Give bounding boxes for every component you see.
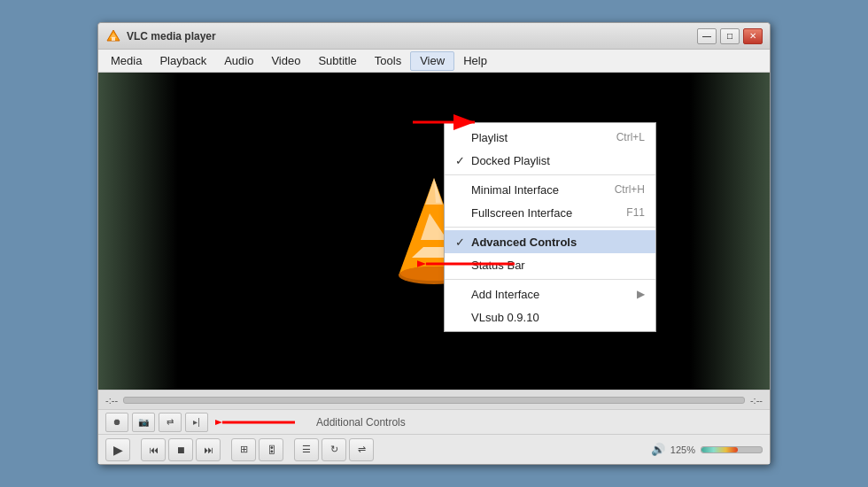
bg-right bbox=[690, 73, 770, 390]
menu-playback[interactable]: Playback bbox=[151, 51, 215, 71]
shortcut-playlist: Ctrl+L bbox=[616, 131, 645, 143]
window-title: VLC media player bbox=[127, 30, 697, 43]
dropdown-item-minimal[interactable]: Minimal Interface Ctrl+H bbox=[445, 178, 655, 201]
menu-view[interactable]: View bbox=[410, 51, 454, 71]
dropdown-item-playlist[interactable]: Playlist Ctrl+L bbox=[445, 126, 655, 149]
volume-fill bbox=[701, 447, 738, 452]
separator-2 bbox=[445, 227, 655, 228]
label-minimal: Minimal Interface bbox=[471, 183, 615, 197]
menu-help[interactable]: Help bbox=[454, 51, 496, 71]
time-remaining: -:-- bbox=[750, 395, 763, 406]
view-dropdown-menu: Playlist Ctrl+L ✓ Docked Playlist Minima… bbox=[444, 122, 656, 332]
menu-audio[interactable]: Audio bbox=[215, 51, 262, 71]
playlist-button[interactable]: ☰ bbox=[294, 438, 319, 461]
additional-controls-label: Additional Controls bbox=[316, 416, 406, 429]
check-advanced-controls: ✓ bbox=[455, 236, 471, 249]
menu-bar: Media Playback Audio Video Subtitle Tool… bbox=[98, 50, 770, 73]
label-vlsub: VLsub 0.9.10 bbox=[471, 311, 645, 324]
minimize-button[interactable]: — bbox=[697, 28, 717, 44]
next-button[interactable]: ⏭ bbox=[196, 438, 221, 461]
volume-icon: 🔊 bbox=[651, 443, 665, 456]
window-controls: — □ ✕ bbox=[697, 28, 763, 44]
additional-controls-bar: ⏺ 📷 ⇄ ▸| Additional Controls bbox=[98, 409, 770, 434]
loop-button[interactable]: ↻ bbox=[322, 438, 346, 461]
ab-loop-button[interactable]: ⇄ bbox=[159, 413, 182, 432]
video-area: Playlist Ctrl+L ✓ Docked Playlist Minima… bbox=[98, 73, 770, 390]
volume-label: 125% bbox=[670, 444, 695, 455]
label-playlist: Playlist bbox=[471, 131, 616, 144]
separator-1 bbox=[445, 174, 655, 175]
menu-subtitle[interactable]: Subtitle bbox=[309, 51, 365, 71]
dropdown-item-vlsub[interactable]: VLsub 0.9.10 bbox=[445, 305, 655, 329]
shortcut-fullscreen: F11 bbox=[626, 206, 645, 219]
volume-area: 🔊 125% bbox=[651, 443, 763, 456]
record-button[interactable]: ⏺ bbox=[105, 413, 128, 432]
extended-settings-button[interactable]: 🎛 bbox=[259, 438, 283, 461]
time-elapsed: -:-- bbox=[105, 395, 118, 406]
frame-button[interactable]: ▸| bbox=[185, 413, 208, 432]
main-controls-bar: ▶ ⏮ ⏹ ⏭ ⊞ 🎛 ☰ ↻ ⇌ 🔊 125% bbox=[98, 434, 770, 464]
dropdown-item-fullscreen[interactable]: Fullscreen Interface F11 bbox=[445, 201, 655, 224]
separator-3 bbox=[445, 279, 655, 280]
vlc-window: VLC media player — □ ✕ Media Playback Au… bbox=[97, 22, 771, 465]
arrow-add-interface: ▶ bbox=[637, 288, 645, 300]
progress-bar-area: -:-- -:-- bbox=[98, 390, 770, 409]
dropdown-item-status-bar[interactable]: Status Bar bbox=[445, 253, 655, 276]
volume-bar[interactable] bbox=[701, 446, 763, 453]
label-advanced-controls: Advanced Controls bbox=[471, 236, 645, 249]
maximize-button[interactable]: □ bbox=[720, 28, 740, 44]
toggle-view-button[interactable]: ⊞ bbox=[231, 438, 256, 461]
label-status-bar: Status Bar bbox=[471, 259, 645, 272]
title-bar: VLC media player — □ ✕ bbox=[98, 23, 770, 50]
label-fullscreen: Fullscreen Interface bbox=[471, 206, 626, 220]
menu-media[interactable]: Media bbox=[102, 51, 151, 71]
label-add-interface: Add Interface bbox=[471, 288, 637, 301]
menu-video[interactable]: Video bbox=[262, 51, 309, 71]
arrow-to-additional bbox=[215, 412, 304, 433]
vlc-logo bbox=[105, 28, 121, 44]
bg-left bbox=[98, 73, 178, 390]
random-button[interactable]: ⇌ bbox=[349, 438, 374, 461]
dropdown-item-docked-playlist[interactable]: ✓ Docked Playlist bbox=[445, 149, 655, 172]
stop-button[interactable]: ⏹ bbox=[168, 438, 193, 461]
dropdown-item-advanced-controls[interactable]: ✓ Advanced Controls bbox=[445, 230, 655, 253]
shortcut-minimal: Ctrl+H bbox=[615, 183, 645, 196]
prev-button[interactable]: ⏮ bbox=[141, 438, 166, 461]
close-button[interactable]: ✕ bbox=[743, 28, 763, 44]
check-docked-playlist: ✓ bbox=[455, 154, 471, 167]
label-docked-playlist: Docked Playlist bbox=[471, 154, 645, 167]
play-button[interactable]: ▶ bbox=[105, 438, 130, 461]
menu-tools[interactable]: Tools bbox=[366, 51, 410, 71]
progress-track[interactable] bbox=[123, 397, 745, 404]
dropdown-item-add-interface[interactable]: Add Interface ▶ bbox=[445, 282, 655, 305]
snapshot-button[interactable]: 📷 bbox=[132, 413, 155, 432]
